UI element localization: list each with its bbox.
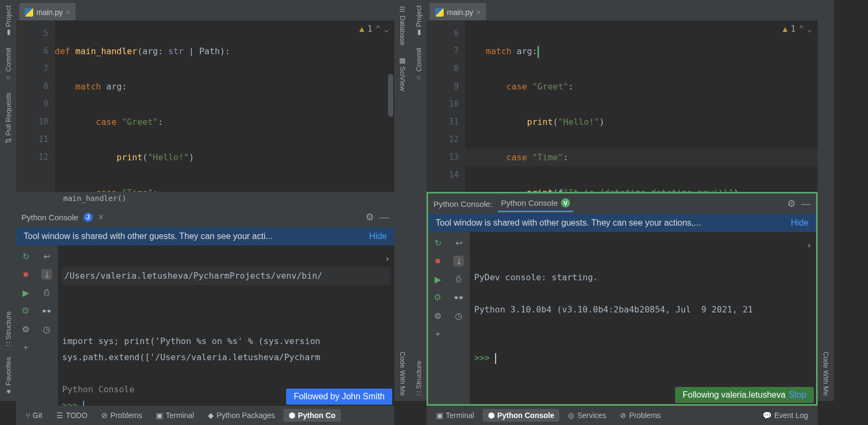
console-tab[interactable]: Python Console V <box>498 195 573 212</box>
editor-tab-bar: main.py × <box>426 0 818 20</box>
console-output[interactable]: › PyDev console: starting. Python 3.10.0… <box>470 232 816 404</box>
tab-main-py[interactable]: main.py × <box>430 3 486 20</box>
sidebar-commit[interactable]: ○ Commit <box>3 42 14 87</box>
minimize-icon[interactable]: — <box>379 212 389 223</box>
add-icon[interactable]: ＋ <box>432 329 443 339</box>
close-icon[interactable]: × <box>476 8 481 17</box>
gear-icon[interactable]: ⚙ <box>787 198 796 210</box>
right-sidebar-codewithme[interactable]: Code With Me <box>397 346 408 401</box>
history-icon[interactable]: ◷ <box>41 324 52 334</box>
hide-link[interactable]: Hide <box>369 232 387 241</box>
right-sidebar-database[interactable]: ☰ Database <box>397 0 408 51</box>
line-gutter: 56 78 910 1112 <box>16 20 55 192</box>
sidebar-commit[interactable]: ○ Commit <box>413 42 424 87</box>
status-bar: ⑂ Git ☰ TODO ⊘ Problems ▣ Terminal ◆ Pyt… <box>16 406 394 425</box>
chevron-right-icon[interactable]: › <box>385 251 390 267</box>
python-file-icon <box>435 8 444 17</box>
scrollbar[interactable] <box>388 74 393 117</box>
status-services[interactable]: ◎ Services <box>563 411 611 420</box>
python-console-panel: Python Console: Python Console V ⚙ — Too… <box>426 192 818 406</box>
chevron-up-icon[interactable]: ⌃ <box>376 24 381 34</box>
close-icon[interactable]: × <box>98 212 104 223</box>
print-icon[interactable]: ⎙ <box>41 287 52 298</box>
tab-label: main.py <box>36 8 63 17</box>
settings-icon[interactable]: ⚙ <box>432 310 443 321</box>
warning-count: 1 <box>791 24 796 34</box>
warning-icon[interactable]: ▲ <box>783 24 788 34</box>
watch-icon[interactable]: 👓 <box>453 292 464 303</box>
status-todo[interactable]: ☰ TODO <box>51 411 93 420</box>
status-terminal[interactable]: ▣ Terminal <box>151 411 199 420</box>
history-icon[interactable]: ◷ <box>453 310 464 321</box>
status-python-console[interactable]: ⬢ Python Console <box>483 409 560 422</box>
right-sidebar-codewithme[interactable]: Code With Me <box>820 346 832 401</box>
sidebar-structure[interactable]: ∷ Structure <box>3 306 14 352</box>
line-gutter: 67 89 1011 1213 14 <box>426 20 465 192</box>
status-terminal[interactable]: ▣ Terminal <box>431 411 480 420</box>
sidebar-pull-requests[interactable]: ⇅ Pull Requests <box>3 87 14 149</box>
shared-info-bar: Tool window is shared with other guests.… <box>16 227 394 245</box>
python-console-panel: Python Console J × ⚙ — Tool window is sh… <box>16 207 394 406</box>
run-icon[interactable]: ▶ <box>432 274 443 285</box>
stop-following-link[interactable]: Stop <box>789 390 806 399</box>
chevron-right-icon[interactable]: › <box>806 237 812 253</box>
rerun-icon[interactable]: ↻ <box>20 251 31 262</box>
chevron-down-icon[interactable]: ⌄ <box>384 24 389 34</box>
sidebar-project[interactable]: ▮ Project <box>413 0 424 42</box>
close-icon[interactable]: × <box>66 8 70 17</box>
status-bar: ▣ Terminal ⬢ Python Console ◎ Services ⊘… <box>426 406 818 425</box>
status-git[interactable]: ⑂ Git <box>20 411 48 420</box>
status-problems[interactable]: ⊘ Problems <box>96 411 147 420</box>
stop-icon[interactable]: ■ <box>20 269 31 280</box>
print-icon[interactable]: ⎙ <box>453 274 464 285</box>
debug-icon[interactable]: ⯐ <box>432 292 443 303</box>
warning-icon[interactable]: ▲ <box>360 24 364 34</box>
followed-badge[interactable]: Followed by John Smith <box>286 389 392 405</box>
tab-main-py[interactable]: main.py × <box>19 3 76 20</box>
minimize-icon[interactable]: — <box>801 198 811 210</box>
tab-label: main.py <box>447 8 473 17</box>
following-badge[interactable]: Following valeria.letushevaStop <box>675 387 814 403</box>
user-badge-j[interactable]: J <box>84 213 93 222</box>
console-title: Python Console: <box>433 199 492 208</box>
right-sidebar-sciview[interactable]: ▦ SciView <box>397 51 408 96</box>
softwrap-icon[interactable]: ↩ <box>453 237 464 248</box>
breadcrumb[interactable]: main_handler() <box>16 192 394 207</box>
rerun-icon[interactable]: ↻ <box>432 237 443 248</box>
status-event-log[interactable]: 💬 Event Log <box>757 411 813 420</box>
chevron-up-icon[interactable]: ⌃ <box>799 24 804 34</box>
gear-icon[interactable]: ⚙ <box>365 211 374 223</box>
softwrap-icon[interactable]: ↩ <box>41 251 52 262</box>
code-editor[interactable]: 56 78 910 1112 def main_handler(arg: str… <box>16 20 394 192</box>
settings-icon[interactable]: ⚙ <box>20 324 31 334</box>
code-editor[interactable]: 67 89 1011 1213 14 match arg: case "Gree… <box>426 20 818 192</box>
status-python-console[interactable]: ⬢ Python Co <box>283 409 341 422</box>
debug-icon[interactable]: ⯐ <box>20 305 31 316</box>
sidebar-favorites[interactable]: ★ Favorites <box>3 352 14 401</box>
sidebar-structure[interactable]: ∷ Structure <box>413 355 424 401</box>
chevron-down-icon[interactable]: ⌄ <box>807 24 812 34</box>
console-title: Python Console <box>21 213 78 222</box>
console-output[interactable]: /Users/valeria.letusheva/PycharmProjects… <box>58 245 394 406</box>
run-icon[interactable]: ▶ <box>20 287 31 298</box>
warning-count: 1 <box>368 24 372 34</box>
add-icon[interactable]: ＋ <box>20 342 31 353</box>
sidebar-project[interactable]: ▮ Project <box>3 0 14 42</box>
hide-link[interactable]: Hide <box>791 218 809 228</box>
scroll-to-end-icon[interactable]: ⤓ <box>41 269 52 280</box>
user-badge-v: V <box>561 198 570 207</box>
scroll-to-end-icon[interactable]: ⤓ <box>453 256 464 266</box>
watch-icon[interactable]: 👓 <box>41 305 52 316</box>
status-problems[interactable]: ⊘ Problems <box>615 411 666 420</box>
stop-icon[interactable]: ■ <box>432 256 443 266</box>
status-python-packages[interactable]: ◆ Python Packages <box>203 411 280 420</box>
python-file-icon <box>25 8 33 17</box>
editor-tab-bar: main.py × <box>16 0 394 20</box>
